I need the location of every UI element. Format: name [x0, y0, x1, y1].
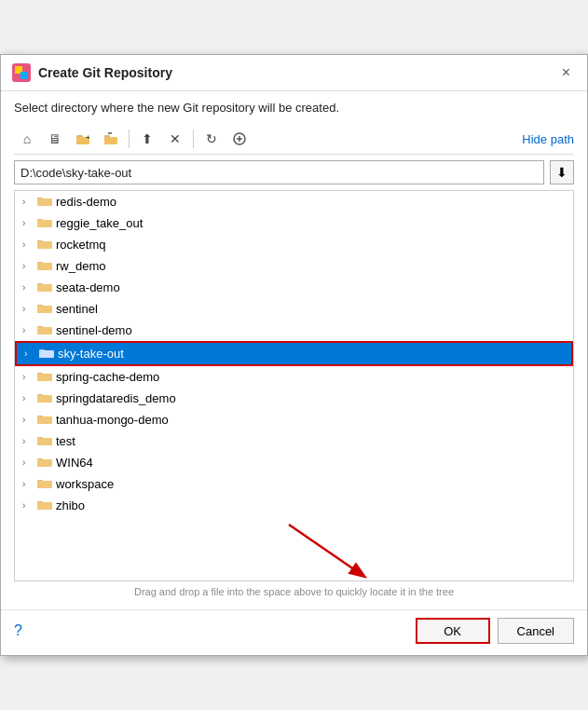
tree-item[interactable]: › rw_demo — [15, 255, 573, 277]
expand-chevron[interactable]: › — [22, 436, 34, 446]
item-name: WIN64 — [56, 456, 93, 470]
expand-chevron[interactable]: › — [22, 304, 34, 314]
item-name: rocketmq — [56, 238, 105, 252]
expand-chevron[interactable]: › — [22, 282, 34, 293]
svg-text:+: + — [86, 133, 90, 142]
expand-chevron[interactable]: › — [22, 239, 34, 250]
svg-rect-39 — [37, 481, 52, 488]
instruction-text: Select directory where the new Git repos… — [14, 101, 574, 115]
tree-item[interactable]: › reggie_take_out — [15, 212, 573, 234]
app-icon — [12, 63, 31, 82]
expand-chevron[interactable]: › — [24, 348, 35, 359]
folder-icon — [37, 412, 52, 428]
item-name: seata-demo — [56, 280, 120, 294]
tree-item[interactable]: › zhibo — [15, 495, 573, 516]
expand-chevron[interactable]: › — [22, 457, 34, 468]
folder-icon — [37, 369, 52, 385]
item-name: sky-take-out — [58, 347, 124, 361]
help-icon[interactable]: ? — [14, 622, 22, 639]
item-name: spring-cache-demo — [56, 370, 159, 384]
expand-chevron[interactable]: › — [22, 325, 34, 335]
item-name: reggie_take_out — [56, 216, 143, 230]
item-name: workspace — [56, 477, 114, 491]
item-name: redis-demo — [56, 195, 116, 209]
folder-icon — [37, 194, 52, 210]
svg-rect-25 — [37, 327, 52, 335]
tree-item[interactable]: › test — [15, 430, 573, 452]
tree-item[interactable]: › sentinel — [15, 298, 573, 320]
item-name: test — [56, 434, 75, 448]
create-git-repo-dialog: Create Git Repository × Select directory… — [0, 54, 588, 656]
folder-icon — [37, 498, 52, 513]
folder-icon — [39, 346, 54, 362]
tree-item[interactable]: › rocketmq — [15, 234, 573, 255]
folder-icon — [37, 301, 52, 317]
sep2 — [193, 130, 194, 148]
tree-item[interactable]: › workspace — [15, 473, 573, 495]
file-tree[interactable]: › redis-demo› reggie_take_out› rocketmq›… — [14, 190, 574, 581]
title-bar: Create Git Repository × — [1, 55, 587, 91]
item-name: sentinel — [56, 302, 98, 316]
expand-chevron[interactable]: › — [22, 197, 34, 207]
hide-path-link[interactable]: Hide path — [522, 132, 574, 146]
svg-rect-17 — [37, 241, 52, 249]
svg-rect-7 — [104, 137, 117, 144]
svg-rect-21 — [37, 284, 52, 292]
tree-item[interactable]: › spring-cache-demo — [15, 366, 573, 388]
item-name: zhibo — [56, 498, 85, 512]
title-bar-left: Create Git Repository — [12, 63, 172, 82]
tree-item[interactable]: › sky-take-out — [15, 341, 573, 366]
expand-chevron[interactable]: › — [22, 393, 34, 403]
extra-btn[interactable] — [226, 128, 253, 150]
svg-rect-37 — [37, 459, 52, 467]
item-name: rw_demo — [56, 259, 105, 273]
ok-button[interactable]: OK — [416, 618, 490, 644]
folder-icon — [37, 433, 52, 449]
expand-chevron[interactable]: › — [22, 500, 34, 511]
dialog-footer: ? OK Cancel — [1, 609, 587, 655]
folder-icon — [37, 390, 52, 406]
expand-chevron[interactable]: › — [22, 261, 34, 271]
expand-chevron[interactable]: › — [22, 218, 34, 228]
tree-item[interactable]: › seata-demo — [15, 277, 573, 298]
svg-rect-31 — [37, 395, 52, 403]
item-name: springdataredis_demo — [56, 391, 176, 405]
cancel-button[interactable]: Cancel — [498, 618, 574, 644]
tree-item[interactable]: › springdataredis_demo — [15, 388, 573, 409]
item-name: sentinel-demo — [56, 323, 132, 337]
open-folder-btn[interactable] — [98, 128, 124, 150]
tree-item[interactable]: › tanhua-mongo-demo — [15, 409, 573, 430]
path-row: ⬇ — [14, 160, 574, 184]
expand-chevron[interactable]: › — [22, 415, 34, 425]
folder-icon — [37, 476, 52, 492]
path-input[interactable] — [14, 160, 544, 184]
close-button[interactable]: × — [556, 62, 576, 83]
folder-icon — [37, 280, 52, 295]
clear-btn[interactable]: ✕ — [162, 128, 188, 150]
svg-rect-29 — [37, 374, 52, 381]
svg-rect-41 — [37, 502, 52, 510]
svg-rect-35 — [37, 438, 52, 445]
expand-chevron[interactable]: › — [22, 372, 34, 382]
new-folder-btn[interactable]: + — [70, 128, 96, 150]
tree-item[interactable]: › redis-demo — [15, 191, 573, 212]
item-name: tanhua-mongo-demo — [56, 413, 169, 427]
folder-icon — [37, 258, 52, 274]
svg-rect-23 — [37, 306, 52, 313]
folder-icon — [37, 237, 52, 253]
svg-rect-27 — [39, 350, 54, 358]
refresh-btn[interactable]: ↻ — [198, 128, 225, 150]
tree-item[interactable]: › sentinel-demo — [15, 320, 573, 341]
expand-chevron[interactable]: › — [22, 479, 34, 489]
svg-rect-13 — [37, 198, 52, 206]
dialog-body: Select directory where the new Git repos… — [1, 91, 587, 609]
folder-icon — [37, 455, 52, 471]
desktop-btn[interactable]: 🖥 — [42, 128, 68, 150]
drag-hint: Drag and drop a file into the space abov… — [14, 581, 574, 600]
svg-rect-19 — [37, 263, 52, 270]
sep1 — [129, 130, 130, 148]
tree-item[interactable]: › WIN64 — [15, 452, 573, 473]
home-btn[interactable]: ⌂ — [14, 128, 40, 150]
browse-btn[interactable]: ⬇ — [550, 160, 574, 184]
up-btn[interactable]: ⬆ — [134, 128, 160, 150]
